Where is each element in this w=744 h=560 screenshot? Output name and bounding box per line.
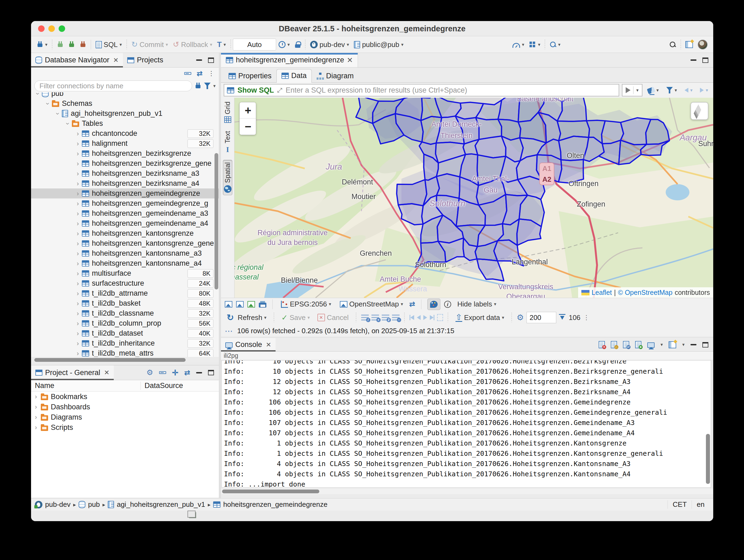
close-icon[interactable]: ✕ <box>104 369 109 376</box>
tree-item-chcantoncode[interactable]: ›chcantoncode32K <box>31 128 219 138</box>
open-in-viewer-icon[interactable] <box>225 301 232 308</box>
tree-item-hoheitsgrenzen_kantonsname_a4[interactable]: ›hoheitsgrenzen_kantonsname_a4 <box>31 258 219 268</box>
edit-value-icon[interactable]: / <box>361 315 369 320</box>
chevron-right-icon[interactable]: › <box>74 200 82 207</box>
style-toggle-button[interactable] <box>427 298 440 310</box>
filter-history-forward-button[interactable]: ▾ <box>698 84 710 97</box>
previous-page-icon[interactable] <box>417 315 421 320</box>
expand-filter-icon[interactable]: ⤢ <box>277 86 282 94</box>
chevron-right-icon[interactable]: › <box>74 350 82 357</box>
tree-item-Tables[interactable]: ›Tables <box>31 119 219 128</box>
minimize-editor-icon[interactable] <box>691 59 697 61</box>
map-layers-control[interactable] <box>691 102 708 120</box>
export-data-button[interactable]: ⇧Export data▾ <box>453 311 507 324</box>
editor-tab[interactable]: hoheitsgrenzen_gemeindegrenze ✕ <box>221 53 358 67</box>
hide-labels-button[interactable]: Hide labels▾ <box>455 298 499 311</box>
save-button[interactable]: ✓Save▾ <box>279 311 312 324</box>
chevron-right-icon[interactable]: › <box>74 290 82 297</box>
chevron-right-icon[interactable]: › <box>74 270 82 277</box>
chevron-down-icon[interactable]: › <box>54 110 62 118</box>
connect-button[interactable] <box>54 38 66 51</box>
chevron-right-icon[interactable]: › <box>74 300 82 307</box>
tab-projects[interactable]: Projects <box>123 53 168 67</box>
municipality-polygon[interactable] <box>475 136 506 158</box>
chevron-right-icon[interactable]: › <box>31 393 41 400</box>
tree-item-hoheitsgrenzen_kantonsgrenze[interactable]: ›hoheitsgrenzen_kantonsgrenze <box>31 229 219 238</box>
panel-splitter[interactable] <box>219 53 221 498</box>
spatial-map[interactable]: Basel-LandschaftAmtei Dorneck-Thierstein… <box>234 98 713 298</box>
word-wrap-icon[interactable]: ↵ <box>623 341 629 348</box>
tree-item-hoheitsgrenzen_gemeindename_a4[interactable]: ›hoheitsgrenzen_gemeindename_a4 <box>31 218 219 229</box>
expand-all-icon[interactable]: ✛ <box>172 368 178 377</box>
display-selected-console-icon[interactable] <box>647 343 655 348</box>
navigator-vertical-scrollbar[interactable] <box>215 153 218 289</box>
language-indicator[interactable]: en <box>692 500 709 509</box>
tab-data[interactable]: Data <box>276 69 312 83</box>
view-tab-grid[interactable]: Grid <box>223 99 232 125</box>
breadcrumb-pub-dev[interactable]: pub-dev <box>35 500 71 509</box>
history-button[interactable]: ▾ <box>276 38 292 51</box>
connection-selector[interactable]: pub-dev▾ <box>308 38 352 51</box>
chevron-right-icon[interactable]: › <box>74 260 82 267</box>
project-tree[interactable]: ›Bookmarks›Dashboards›Diagrams›Scripts <box>31 392 219 497</box>
chevron-right-icon[interactable]: › <box>74 240 82 247</box>
commit-button[interactable]: ↻Commit▾ <box>129 38 171 51</box>
close-icon[interactable]: ✕ <box>347 56 353 65</box>
project-settings-icon[interactable]: ⚙ <box>146 369 153 376</box>
console-vertical-scrollbar[interactable] <box>706 434 710 484</box>
column-name[interactable]: Name <box>31 382 141 390</box>
delete-row-icon[interactable]: − <box>392 315 400 320</box>
chevron-down-icon[interactable]: › <box>44 99 51 108</box>
collapse-all-icon[interactable] <box>184 72 191 75</box>
database-selector[interactable]: public@pub▾ <box>351 38 406 51</box>
link-with-editor-icon[interactable]: ⇄ <box>184 368 190 377</box>
tab-console[interactable]: Console ✕ <box>221 338 275 351</box>
close-icon[interactable]: ✕ <box>266 341 271 349</box>
filter-history-back-button[interactable]: ▾ <box>682 84 695 97</box>
osm-link[interactable]: © OpenStreetMap <box>618 289 673 296</box>
zoom-out-button[interactable]: − <box>239 119 256 135</box>
chevron-right-icon[interactable]: › <box>74 340 82 347</box>
maximize-editor-icon[interactable] <box>702 57 708 63</box>
tree-item-agi_hoheitsgrenzen_pub_v1[interactable]: ›agi_hoheitsgrenzen_pub_v1 <box>31 109 219 119</box>
chevron-right-icon[interactable]: › <box>74 190 82 197</box>
search-button[interactable]: ▾ <box>547 38 563 51</box>
chevron-right-icon[interactable]: › <box>74 250 82 257</box>
project-item-scripts[interactable]: ›Scripts <box>31 422 219 433</box>
image-icon[interactable] <box>236 301 244 308</box>
tree-item-hoheitsgrenzen_gemeindegrenze_g[interactable]: ›hoheitsgrenzen_gemeindegrenze_g <box>31 198 219 208</box>
new-connection-button[interactable]: ▾ <box>34 38 50 51</box>
tree-item-hoheitsgrenzen_bezirksgrenze_gene[interactable]: ›hoheitsgrenzen_bezirksgrenze_gene <box>31 159 219 168</box>
basemap-selector[interactable]: OpenStreetMap▾ <box>337 298 406 311</box>
scroll-lock-icon[interactable]: ∩ <box>611 341 617 348</box>
tree-item-t_ili2db_basket[interactable]: ›t_ili2db_basket48K <box>31 298 219 308</box>
project-item-diagrams[interactable]: ›Diagrams <box>31 412 219 422</box>
transaction-mode-combo[interactable]: Auto <box>233 39 276 50</box>
overflow-menu-icon[interactable]: ⋮ <box>583 314 590 321</box>
tab-properties[interactable]: Properties <box>224 70 276 82</box>
filter-funnel-icon[interactable] <box>204 83 211 89</box>
duplicate-row-icon[interactable]: 2 <box>382 315 389 320</box>
first-page-button[interactable] <box>410 315 414 320</box>
tree-item-hoheitsgrenzen_kantonsgrenze_gene[interactable]: ›hoheitsgrenzen_kantonsgrenze_gene <box>31 238 219 248</box>
filters-button[interactable]: ▾ <box>664 84 679 97</box>
tree-item-t_ili2db_column_prop[interactable]: ›t_ili2db_column_prop56K <box>31 318 219 328</box>
tab-diagram[interactable]: Diagram <box>312 70 359 82</box>
chevron-right-icon[interactable]: › <box>74 310 82 317</box>
chevron-down-icon[interactable]: › <box>64 120 72 128</box>
add-row-icon[interactable]: + <box>371 315 379 320</box>
chevron-right-icon[interactable]: › <box>74 330 82 337</box>
minimize-panel-icon[interactable] <box>196 372 202 373</box>
breadcrumb-agi_hoheitsgrenzen_pub_v1[interactable]: agi_hoheitsgrenzen_pub_v1 <box>108 500 205 509</box>
filter-connected-icon[interactable] <box>195 82 201 90</box>
sql-editor-button[interactable]: SQL▾ <box>93 38 124 51</box>
chevron-right-icon[interactable]: › <box>74 230 82 237</box>
rollback-button[interactable]: ↺Rollback▾ <box>171 38 215 51</box>
chevron-right-icon[interactable]: › <box>74 170 82 177</box>
breadcrumb-hoheitsgrenzen_gemeindegrenze[interactable]: hoheitsgrenzen_gemeindegrenze <box>213 500 327 509</box>
open-console-icon[interactable] <box>669 341 676 348</box>
tree-item-hoheitsgrenzen_bezirksgrenze[interactable]: ›hoheitsgrenzen_bezirksgrenze <box>31 149 219 159</box>
apply-filter-button[interactable]: ▾ <box>622 84 642 96</box>
minimize-console-icon[interactable] <box>691 344 697 345</box>
chevron-right-icon[interactable]: › <box>74 160 82 167</box>
